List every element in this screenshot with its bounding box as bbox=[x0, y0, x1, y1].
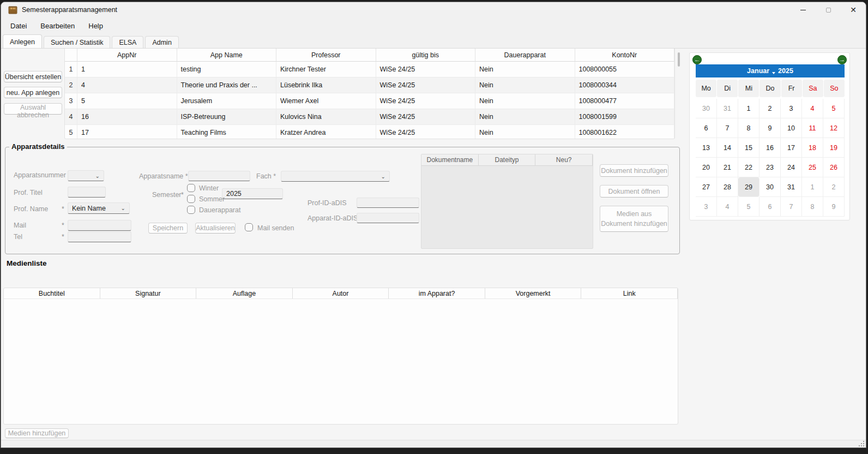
maximize-button[interactable] bbox=[816, 2, 841, 17]
calendar-day[interactable]: 30 bbox=[760, 177, 781, 197]
calendar-day[interactable]: 12 bbox=[823, 118, 845, 138]
tel-input[interactable] bbox=[68, 231, 131, 242]
calendar-day[interactable]: 3 bbox=[696, 197, 717, 217]
table-row[interactable]: 24Theorie und Praxis der ...Lüsebrink Il… bbox=[65, 77, 674, 93]
close-button[interactable]: ✕ bbox=[841, 2, 866, 17]
semester-radio-sommer[interactable] bbox=[187, 195, 195, 203]
calendar-day[interactable]: 9 bbox=[760, 118, 781, 138]
calendar-day[interactable]: 31 bbox=[781, 177, 802, 197]
calendar-day[interactable]: 9 bbox=[823, 197, 845, 217]
calendar-day[interactable]: 6 bbox=[696, 118, 717, 138]
calendar-day[interactable]: 8 bbox=[802, 197, 823, 217]
table-row[interactable]: 416ISP-BetreuungKulovics NinaWiSe 24/25N… bbox=[65, 109, 674, 125]
scrollbar-thumb[interactable] bbox=[678, 52, 680, 67]
calendar-day[interactable]: 13 bbox=[696, 138, 717, 158]
tab-suchen-statistik[interactable]: Suchen / Statistik bbox=[44, 36, 111, 48]
calendar-day[interactable]: 22 bbox=[738, 158, 760, 177]
minimize-button[interactable] bbox=[791, 2, 816, 17]
column-header-app-name[interactable]: App Name bbox=[177, 49, 277, 62]
semester-radio-winter[interactable] bbox=[187, 184, 195, 192]
calendar-day[interactable]: 30 bbox=[696, 99, 717, 118]
dokument-hinzufugen-button[interactable]: Dokument hinzufügen bbox=[600, 164, 668, 177]
calendar-day[interactable]: 20 bbox=[696, 158, 717, 177]
calendar-day[interactable]: 25 bbox=[802, 158, 823, 177]
calendar-day[interactable]: 10 bbox=[781, 118, 802, 138]
menu-item-bearbeiten[interactable]: Bearbeiten bbox=[35, 19, 80, 33]
calendar-day[interactable]: 26 bbox=[823, 158, 845, 177]
prof-titel-input[interactable] bbox=[68, 187, 106, 198]
mail-input[interactable] bbox=[68, 220, 131, 231]
menu-item-datei[interactable]: Datei bbox=[5, 19, 32, 33]
apparat-id-adis-input[interactable] bbox=[357, 213, 419, 223]
table-row[interactable]: 35JerusalemWiemer AxelWiSe 24/25Nein1008… bbox=[65, 93, 674, 109]
column-header-kontonr[interactable]: KontoNr bbox=[575, 49, 675, 62]
column-header-dauerapparat[interactable]: Dauerapparat bbox=[475, 49, 575, 62]
apps-table-scrollbar[interactable] bbox=[677, 50, 682, 137]
speichern-button[interactable]: Speichern bbox=[148, 223, 188, 234]
medien-hinzufuegen-button[interactable]: Medien hinzufügen bbox=[5, 428, 69, 438]
documents-list[interactable]: DokumentnameDateitypNeu? bbox=[421, 154, 593, 249]
mail-senden-checkbox[interactable] bbox=[245, 223, 253, 231]
calendar-day[interactable]: 14 bbox=[717, 138, 738, 158]
calendar-month[interactable]: Januar bbox=[747, 67, 769, 75]
calendar-day[interactable]: 31 bbox=[717, 99, 738, 118]
aktualisieren-button[interactable]: Aktualisieren bbox=[195, 223, 236, 234]
tab-elsa[interactable]: ELSA bbox=[112, 36, 143, 48]
column-header-gultig-bis[interactable]: gültig bis bbox=[376, 49, 476, 62]
media-column-vorgemerkt[interactable]: Vorgemerkt bbox=[485, 288, 582, 299]
calendar-day[interactable]: 24 bbox=[781, 158, 802, 177]
calendar-day[interactable]: 17 bbox=[781, 138, 802, 158]
calendar-day[interactable]: 28 bbox=[717, 177, 738, 197]
calendar-day[interactable]: 3 bbox=[781, 99, 802, 118]
medien-aus-dokument-hinzufugen-button[interactable]: Medien aus Dokument hinzufügen bbox=[600, 206, 668, 232]
media-column-autor[interactable]: Autor bbox=[293, 288, 389, 299]
calendar-day[interactable]: 21 bbox=[717, 158, 738, 177]
calendar-day-today[interactable]: 29 bbox=[738, 177, 760, 197]
calendar-day[interactable]: 5 bbox=[738, 197, 760, 217]
apparatsname-input[interactable] bbox=[188, 171, 250, 181]
media-column-link[interactable]: Link bbox=[581, 288, 678, 299]
calendar-day[interactable]: 6 bbox=[760, 197, 781, 217]
semester-year-input[interactable]: 2025 bbox=[222, 188, 283, 199]
calendar-day[interactable]: 5 bbox=[823, 99, 845, 118]
media-column-signatur[interactable]: Signatur bbox=[100, 288, 197, 299]
media-column-auflage[interactable]: Auflage bbox=[196, 288, 293, 299]
calendar-day[interactable]: 2 bbox=[760, 99, 781, 118]
calendar-day[interactable]: 11 bbox=[802, 118, 823, 138]
tab-admin[interactable]: Admin bbox=[145, 36, 178, 48]
calendar-day[interactable]: 8 bbox=[738, 118, 760, 138]
calendar-day[interactable]: 23 bbox=[760, 158, 781, 177]
column-header-professor[interactable]: Professor bbox=[276, 49, 376, 62]
media-column-buchtitel[interactable]: Buchtitel bbox=[4, 288, 100, 299]
calendar-day[interactable]: 18 bbox=[802, 138, 823, 158]
calendar-day[interactable]: 1 bbox=[738, 99, 760, 118]
tab-anlegen[interactable]: Anlegen bbox=[3, 34, 42, 48]
calendar-day[interactable]: 2 bbox=[823, 177, 845, 197]
calendar-day[interactable]: 7 bbox=[717, 118, 738, 138]
dokument-offnen-button[interactable]: Dokument öffnen bbox=[600, 185, 668, 198]
calendar-day[interactable]: 27 bbox=[696, 177, 717, 197]
resize-grip-icon[interactable] bbox=[863, 445, 864, 446]
auswahl-abbrechen-button[interactable]: Auswahl abbrechen bbox=[4, 103, 62, 115]
fach-combobox[interactable]: ⌄ bbox=[281, 171, 390, 182]
semester-radio-dauerapparat[interactable] bbox=[187, 206, 195, 214]
calendar-day[interactable]: 1 bbox=[802, 177, 823, 197]
column-header-appnr[interactable]: AppNr bbox=[77, 49, 177, 62]
menu-item-help[interactable]: Help bbox=[83, 19, 108, 33]
apparatsnummer-combobox[interactable]: ⌄ bbox=[68, 170, 104, 181]
table-row[interactable]: 517Teaching FilmsKratzer AndreaWiSe 24/2… bbox=[65, 125, 674, 139]
calendar-day[interactable]: 15 bbox=[738, 138, 760, 158]
calendar-day[interactable]: 16 bbox=[760, 138, 781, 158]
calendar-day[interactable]: 19 bbox=[823, 138, 845, 158]
neu-app-anlegen-button[interactable]: neu. App anlegen bbox=[4, 87, 62, 98]
calendar-day[interactable]: 4 bbox=[717, 197, 738, 217]
prof-id-adis-input[interactable] bbox=[357, 198, 419, 208]
calendar-next-month-button[interactable]: → bbox=[837, 55, 847, 64]
calendar-day[interactable]: 7 bbox=[781, 197, 802, 217]
prof-name-combobox[interactable]: Kein Name ⌄ bbox=[68, 202, 130, 214]
ubersicht-erstellen-button[interactable]: Übersicht erstellen bbox=[4, 71, 62, 82]
table-row[interactable]: 11testingKirchner TesterWiSe 24/25Nein10… bbox=[65, 62, 674, 77]
media-column-im-apparat[interactable]: im Apparat? bbox=[389, 288, 485, 299]
calendar-year[interactable]: 2025 bbox=[778, 67, 793, 75]
calendar-day[interactable]: 4 bbox=[802, 99, 823, 118]
